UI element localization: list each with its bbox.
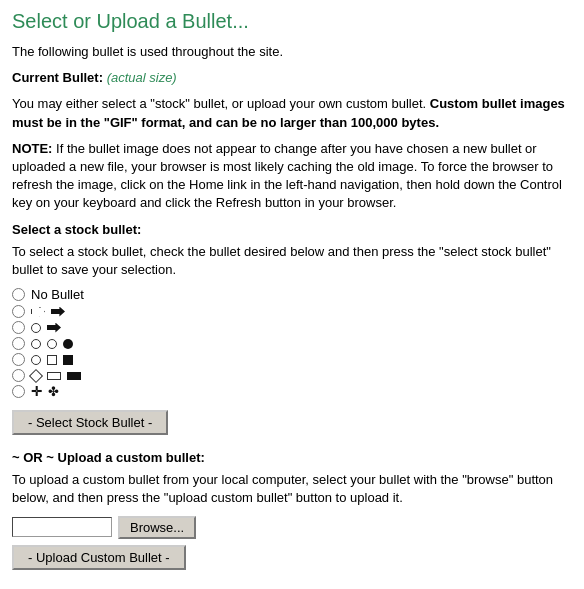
select-btn-container: - Select Stock Bullet - bbox=[12, 404, 572, 441]
note-line: NOTE: If the bullet image does not appea… bbox=[12, 140, 572, 213]
diamond-icon bbox=[29, 368, 43, 382]
radio-diamond[interactable] bbox=[12, 369, 25, 382]
bullet-options: No Bullet ✛ ✤ bbox=[12, 287, 572, 398]
note-text: If the bullet image does not appear to c… bbox=[12, 141, 562, 211]
radio-circle-arrow[interactable] bbox=[12, 321, 25, 334]
arrow-fill-icon bbox=[51, 307, 65, 317]
arrow-outline-icon bbox=[31, 307, 45, 317]
bullet-row-0: No Bullet bbox=[12, 287, 572, 302]
bullet-row-5 bbox=[12, 369, 572, 382]
square-fill-icon bbox=[63, 355, 73, 365]
radio-squares[interactable] bbox=[12, 353, 25, 366]
arrow-fill-sm-icon bbox=[47, 323, 61, 333]
cross-icon: ✤ bbox=[48, 385, 59, 398]
select-stock-bullet-button[interactable]: - Select Stock Bullet - bbox=[12, 410, 168, 435]
upload-desc-text: To upload a custom bullet from your loca… bbox=[12, 471, 572, 507]
rect-fill-icon bbox=[67, 372, 81, 380]
circle-out-icon bbox=[31, 339, 41, 349]
upload-btn-container: - Upload Custom Bullet - bbox=[12, 543, 572, 572]
upload-row: Browse... bbox=[12, 516, 572, 539]
bullet-row-1 bbox=[12, 305, 572, 318]
no-bullet-label: No Bullet bbox=[31, 287, 84, 302]
bullet-row-3 bbox=[12, 337, 572, 350]
upload-custom-bullet-button[interactable]: - Upload Custom Bullet - bbox=[12, 545, 186, 570]
rect-out-icon bbox=[47, 372, 61, 380]
circle-outline-sm-icon bbox=[31, 323, 41, 333]
radio-circles[interactable] bbox=[12, 337, 25, 350]
circle-icon-r4 bbox=[31, 355, 41, 365]
circle-fill-icon bbox=[63, 339, 73, 349]
stock-section-head: Select a stock bullet: bbox=[12, 221, 572, 239]
or-label: ~ OR ~ Upload a custom bullet: bbox=[12, 450, 205, 465]
stock-desc-text: To select a stock bullet, check the bull… bbox=[12, 243, 572, 279]
circle-out2-icon bbox=[47, 339, 57, 349]
page-title: Select or Upload a Bullet... bbox=[12, 10, 572, 33]
radio-arrow-outline[interactable] bbox=[12, 305, 25, 318]
current-bullet-line: Current Bullet: (actual size) bbox=[12, 69, 572, 87]
square-out-icon bbox=[47, 355, 57, 365]
bullet-row-6: ✛ ✤ bbox=[12, 385, 572, 398]
bullet-row-4 bbox=[12, 353, 572, 366]
plus-icon: ✛ bbox=[31, 385, 42, 398]
note-label: NOTE: bbox=[12, 141, 52, 156]
current-bullet-label: Current Bullet: bbox=[12, 70, 103, 85]
current-bullet-note: (actual size) bbox=[107, 70, 177, 85]
or-divider: ~ OR ~ Upload a custom bullet: bbox=[12, 449, 572, 467]
radio-plus[interactable] bbox=[12, 385, 25, 398]
desc1-line: You may either select a "stock" bullet, … bbox=[12, 95, 572, 131]
browse-button[interactable]: Browse... bbox=[118, 516, 196, 539]
upload-section: To upload a custom bullet from your loca… bbox=[12, 471, 572, 571]
intro-text: The following bullet is used throughout … bbox=[12, 43, 572, 61]
desc1-text: You may either select a "stock" bullet, … bbox=[12, 96, 426, 111]
bullet-row-2 bbox=[12, 321, 572, 334]
radio-no-bullet[interactable] bbox=[12, 288, 25, 301]
file-path-input[interactable] bbox=[12, 517, 112, 537]
